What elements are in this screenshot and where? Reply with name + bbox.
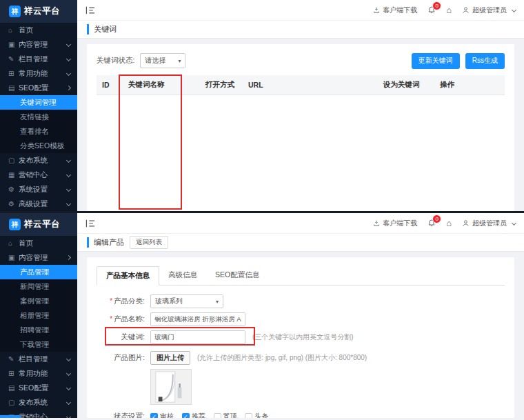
sidebar-clipped-item (0, 415, 21, 418)
status-checkbox[interactable] (245, 413, 252, 419)
keyword-status-select[interactable]: 请选择▾ (140, 53, 185, 68)
client-download-link[interactable]: 客户端下载 (373, 6, 417, 15)
marketing-center-icon: ▦ (8, 171, 19, 179)
sidebar-item-label: SEO配置 (19, 383, 64, 393)
column-mgmt-icon: ✎ (8, 55, 19, 63)
keyword-input[interactable] (150, 330, 245, 344)
product-image-row: 产品图片: 图片上传 (允许上传的图片类型: jpg, gif, png) (图… (97, 351, 505, 365)
sidebar-item-common-functions[interactable]: ⊞常用功能 (0, 66, 77, 81)
collapse-menu-icon[interactable] (85, 219, 95, 228)
sidebar-item-content-mgmt[interactable]: ▣内容管理 (0, 37, 77, 52)
sidebar-item-product-mgmt[interactable]: 产品管理 (0, 265, 77, 279)
sidebar-item-content-mgmt[interactable]: ▣内容管理 (0, 250, 77, 265)
sidebar-item-friend-links[interactable]: 友情链接 (0, 110, 77, 124)
category-select[interactable]: 玻璃系列▾ (150, 294, 223, 308)
status-row: 状态设置: ✓审核,✓推荐,置顶,头条 (97, 412, 505, 418)
sidebar-item-column-mgmt[interactable]: ✎栏目管理 (0, 352, 77, 366)
sidebar-item-case-mgmt[interactable]: 案例管理 (0, 294, 77, 308)
sidebar-item-download-mgmt[interactable]: 下载管理 (0, 337, 77, 352)
chevron-down-icon (66, 172, 71, 177)
app-logo[interactable]: 祥 祥云平台 (0, 213, 77, 236)
sidebar-item-label: 首页 (19, 239, 70, 248)
chevron-right-icon (66, 86, 71, 90)
notification-bell[interactable]: 0 (427, 219, 436, 228)
keyword-label: 关键词: (97, 332, 145, 342)
sidebar-item-home[interactable]: ⌂首页 (0, 236, 77, 250)
sidebar-item-category-seo-template[interactable]: 分类SEO模板 (0, 139, 77, 153)
client-download-link[interactable]: 客户端下载 (373, 219, 417, 228)
chevron-down-icon (66, 400, 71, 405)
table-header: 打开方式 (200, 75, 243, 95)
top-header: 客户端下载 0 ⌂ 超级管理员 (77, 0, 524, 21)
keyword-status-label: 关键词状态: (97, 56, 134, 66)
sidebar-menu: ⌂首页▣内容管理✎栏目管理⊞常用功能▤SEO配置关键词管理友情链接查看排名分类S… (0, 23, 77, 211)
admin-user-menu[interactable]: 超级管理员 (462, 6, 516, 15)
sidebar-item-album-mgmt[interactable]: 相册管理 (0, 308, 77, 323)
breadcrumb-bar: 编辑产品 返回列表 (77, 234, 524, 252)
sidebar-item-publish-system[interactable]: ▢发布系统 (0, 395, 77, 410)
product-edit-page: 祥 祥云平台 ⌂首页▣内容管理产品管理新闻管理案例管理相册管理招聘管理下载管理✎… (0, 213, 524, 418)
seo-config-icon: ▤ (8, 84, 19, 92)
sidebar-item-publish-system[interactable]: ▢发布系统 (0, 153, 77, 168)
notification-bell[interactable]: 0 (427, 6, 436, 14)
sidebar-item-news-mgmt[interactable]: 新闻管理 (0, 279, 77, 294)
sidebar-item-column-mgmt[interactable]: ✎栏目管理 (0, 52, 77, 66)
keyword-hint: (三个关键字以内用英文逗号分割) (252, 332, 354, 342)
table-header: 设为关键词 (378, 75, 434, 95)
tab-2[interactable]: SEO配置信息 (206, 266, 268, 286)
status-option[interactable]: 置顶, (214, 412, 239, 418)
product-thumbnail[interactable] (150, 369, 192, 405)
sidebar-item-common-functions[interactable]: ⊞常用功能 (0, 366, 77, 381)
product-name-input[interactable] (150, 312, 245, 326)
table-header: 关键词名称 (123, 75, 200, 95)
logo-icon: 祥 (9, 6, 21, 17)
home-icon[interactable]: ⌂ (446, 5, 452, 15)
sidebar-item-label: 常用功能 (19, 369, 64, 379)
home-icon: ⌂ (8, 26, 19, 34)
sidebar-item-label: 产品管理 (20, 268, 70, 277)
app-logo[interactable]: 祥 祥云平台 (0, 0, 77, 23)
admin-user-menu[interactable]: 超级管理员 (462, 219, 516, 228)
home-icon: ⌂ (8, 239, 19, 247)
publish-system-icon: ▢ (8, 399, 19, 406)
status-option[interactable]: 头条 (245, 412, 268, 418)
common-functions-icon: ⊞ (8, 370, 19, 377)
sidebar-item-system-settings[interactable]: ⚙系统设置 (0, 182, 77, 197)
sidebar-item-seo-config[interactable]: ▤SEO配置 (0, 81, 77, 95)
home-icon[interactable]: ⌂ (446, 218, 452, 228)
page-title: 编辑产品 (87, 237, 124, 248)
update-keywords-button[interactable]: 更新关键词 (412, 53, 460, 69)
tab-0[interactable]: 产品基本信息 (97, 266, 159, 286)
chevron-down-icon (66, 187, 71, 192)
user-icon (462, 219, 470, 227)
sidebar-item-label: 发布系统 (19, 398, 64, 408)
status-checkbox[interactable]: ✓ (150, 413, 158, 419)
sidebar-item-label: 栏目管理 (19, 54, 64, 64)
status-checkbox[interactable]: ✓ (182, 413, 190, 419)
tab-1[interactable]: 高级信息 (159, 266, 206, 286)
sidebar-item-view-ranking[interactable]: 查看排名 (0, 124, 77, 139)
sidebar-item-keyword-mgmt[interactable]: 关键词管理 (0, 95, 77, 110)
status-option[interactable]: ✓审核, (150, 412, 176, 418)
sidebar-item-recruit-mgmt[interactable]: 招聘管理 (0, 323, 77, 337)
sidebar-item-advanced-settings[interactable]: ⚙高级设置 (0, 197, 77, 211)
status-option[interactable]: ✓推荐, (182, 412, 208, 418)
image-upload-button[interactable]: 图片上传 (150, 351, 190, 365)
sidebar-item-seo-config[interactable]: ▤SEO配置 (0, 381, 77, 395)
collapse-menu-icon[interactable] (85, 6, 95, 14)
sidebar-item-label: 常用功能 (19, 69, 64, 79)
sidebar-item-marketing-center[interactable]: ▦营销中心 (0, 168, 77, 182)
table-header: 操作 (434, 75, 505, 95)
sidebar-item-label: 招聘管理 (20, 326, 70, 335)
status-checkbox[interactable] (214, 413, 221, 419)
product-edit-card: 产品基本信息高级信息SEO配置信息 *产品分类: 玻璃系列▾ *产品名称: (87, 257, 514, 418)
chevron-down-icon (66, 371, 71, 376)
logo-icon: 祥 (9, 219, 21, 230)
advanced-settings-icon: ⚙ (8, 200, 19, 208)
user-icon (462, 6, 470, 14)
sidebar-item-home[interactable]: ⌂首页 (0, 23, 77, 37)
back-to-list-button[interactable]: 返回列表 (130, 236, 168, 249)
table-header: ID (97, 75, 123, 95)
required-asterisk: * (110, 297, 112, 305)
rss-generate-button[interactable]: Rss生成 (465, 53, 505, 69)
